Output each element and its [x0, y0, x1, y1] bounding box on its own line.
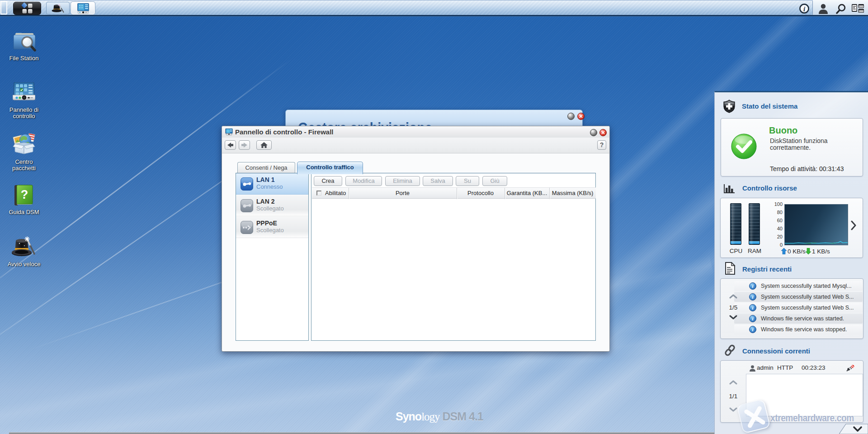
svg-text:?: ?	[21, 188, 28, 201]
